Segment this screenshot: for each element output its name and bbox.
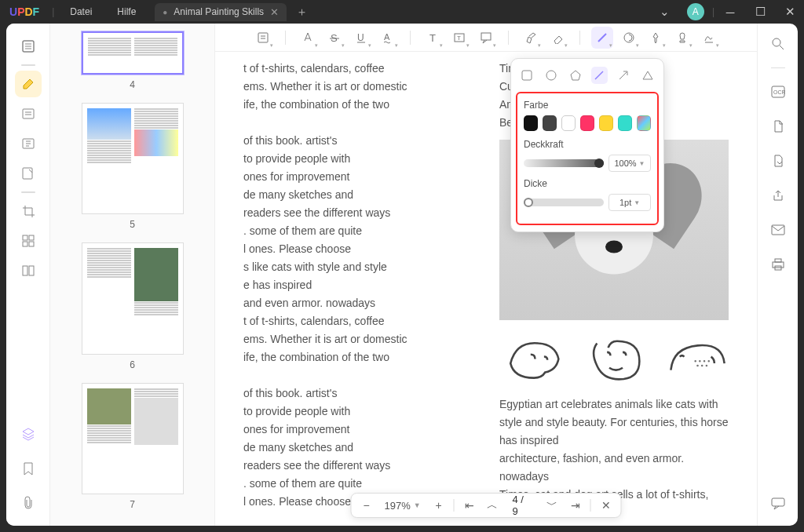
prev-page-icon[interactable]: ︿ xyxy=(484,497,501,514)
annotation-toolbar: ▾ ▾ S▾ U▾ A▾ T▾ T▾ ▾ ▾ ▾ ▾ ▾ xyxy=(215,24,757,52)
first-page-icon[interactable]: ⇤ xyxy=(461,497,478,514)
color-swatch[interactable] xyxy=(618,115,632,131)
page-indicator[interactable]: 4 / 9 xyxy=(507,494,536,517)
signature-icon[interactable]: ▾ xyxy=(698,27,720,49)
right-sidebar: OCR xyxy=(757,24,798,526)
thumbnail-page-6[interactable] xyxy=(82,242,184,354)
shape-polygon[interactable] xyxy=(567,67,583,84)
shapes-popup: Farbe Deckkraft 100%▼ Dicke 1pt▼ xyxy=(510,58,664,232)
new-tab-button[interactable]: ＋ xyxy=(287,5,317,20)
organize-icon[interactable] xyxy=(15,160,42,187)
close-bar-icon[interactable]: ✕ xyxy=(598,497,615,514)
zoom-out-icon[interactable]: − xyxy=(358,497,375,514)
chevron-down-icon[interactable]: ⌄ xyxy=(651,1,679,23)
color-label: Farbe xyxy=(524,100,651,111)
share-icon[interactable] xyxy=(767,184,789,206)
edit-text-icon[interactable] xyxy=(15,130,42,157)
highlight-icon[interactable]: ▾ xyxy=(297,27,319,49)
svg-line-35 xyxy=(780,46,784,49)
svg-text:U: U xyxy=(357,32,364,43)
thickness-slider[interactable] xyxy=(524,199,604,206)
shape-arrow[interactable] xyxy=(616,67,632,84)
menu-help[interactable]: Hilfe xyxy=(104,0,148,24)
last-page-icon[interactable]: ⇥ xyxy=(567,497,584,514)
svg-line-47 xyxy=(619,72,627,79)
color-swatch[interactable] xyxy=(637,115,651,131)
note-icon[interactable]: ▾ xyxy=(252,27,274,49)
svg-text:T: T xyxy=(429,32,436,44)
opacity-slider[interactable] xyxy=(524,159,604,167)
layers-icon[interactable] xyxy=(15,421,42,447)
view-mode-icon[interactable] xyxy=(15,33,42,60)
window-close[interactable]: ✕ xyxy=(776,1,804,23)
svg-rect-38 xyxy=(772,225,784,235)
convert-icon[interactable] xyxy=(767,150,789,172)
svg-text:A: A xyxy=(384,32,390,42)
shape-circle[interactable] xyxy=(543,67,560,84)
svg-line-25 xyxy=(598,34,606,42)
thickness-label: Dicke xyxy=(524,178,651,189)
menu-file[interactable]: Datei xyxy=(57,0,104,24)
redact-icon[interactable] xyxy=(15,228,42,254)
search-icon[interactable] xyxy=(767,33,789,55)
svg-point-27 xyxy=(695,361,696,362)
svg-marker-45 xyxy=(571,71,580,80)
pin-icon[interactable]: ▾ xyxy=(645,27,667,49)
svg-point-33 xyxy=(706,365,707,366)
annotate-icon[interactable] xyxy=(15,71,42,97)
svg-point-44 xyxy=(546,71,556,80)
email-icon[interactable] xyxy=(767,219,789,241)
document-tab[interactable]: ● Animal Painting Skills ✕ xyxy=(155,3,287,21)
svg-rect-9 xyxy=(23,235,27,240)
window-maximize[interactable]: ☐ xyxy=(746,1,774,23)
zoom-level[interactable]: 197%▼ xyxy=(381,500,423,512)
thumbnail-page-4[interactable] xyxy=(82,31,184,75)
shapes-tool[interactable]: ▾ xyxy=(591,27,613,49)
thumbnail-page-5[interactable] xyxy=(82,103,184,214)
text-icon[interactable]: T▾ xyxy=(422,27,444,49)
stamp-icon[interactable]: ▾ xyxy=(618,27,640,49)
svg-rect-39 xyxy=(773,262,784,268)
comment-panel-icon[interactable] xyxy=(767,493,789,515)
squiggly-icon[interactable]: A▾ xyxy=(377,27,399,49)
pencil-icon[interactable]: ▾ xyxy=(520,27,542,49)
opacity-value[interactable]: 100%▼ xyxy=(608,155,651,172)
form-icon[interactable] xyxy=(15,100,42,127)
textbox-icon[interactable]: T▾ xyxy=(448,27,470,49)
color-swatch[interactable] xyxy=(599,115,613,131)
eraser-icon[interactable]: ▾ xyxy=(546,27,568,49)
callout-icon[interactable]: ▾ xyxy=(475,27,497,49)
export-icon[interactable] xyxy=(767,115,789,137)
underline-icon[interactable]: U▾ xyxy=(350,27,372,49)
color-swatch[interactable] xyxy=(524,115,538,131)
window-minimize[interactable]: ─ xyxy=(716,1,744,23)
compare-icon[interactable] xyxy=(15,257,42,284)
zoom-in-icon[interactable]: + xyxy=(430,497,448,514)
bookmark-icon[interactable] xyxy=(15,455,42,482)
svg-rect-13 xyxy=(23,266,27,275)
attachment-icon[interactable] xyxy=(15,490,42,516)
shape-line[interactable] xyxy=(591,67,608,84)
svg-rect-42 xyxy=(772,498,784,506)
shape-triangle[interactable] xyxy=(639,67,656,84)
svg-rect-11 xyxy=(23,242,27,246)
thumbnail-page-7[interactable] xyxy=(82,383,184,494)
thickness-value[interactable]: 1pt▼ xyxy=(608,194,651,211)
print-icon[interactable] xyxy=(767,253,789,275)
svg-rect-24 xyxy=(481,33,491,40)
avatar[interactable]: A xyxy=(687,3,704,20)
stamp2-icon[interactable]: ▾ xyxy=(671,27,693,49)
color-swatch[interactable] xyxy=(543,115,557,131)
color-swatch[interactable] xyxy=(561,115,576,131)
color-swatch[interactable] xyxy=(580,115,594,131)
strikethrough-icon[interactable]: S▾ xyxy=(323,27,345,49)
text-column-left: t of t-shirts, calendars, coffee ems. Wh… xyxy=(243,60,473,518)
ocr-icon[interactable]: OCR xyxy=(767,81,789,103)
svg-rect-8 xyxy=(23,168,32,179)
next-page-icon[interactable]: ﹀ xyxy=(543,497,561,514)
svg-point-29 xyxy=(704,361,704,362)
close-tab-icon[interactable]: ✕ xyxy=(270,6,279,18)
svg-rect-43 xyxy=(522,71,532,80)
crop-icon[interactable] xyxy=(15,198,42,224)
shape-square[interactable] xyxy=(519,67,535,84)
